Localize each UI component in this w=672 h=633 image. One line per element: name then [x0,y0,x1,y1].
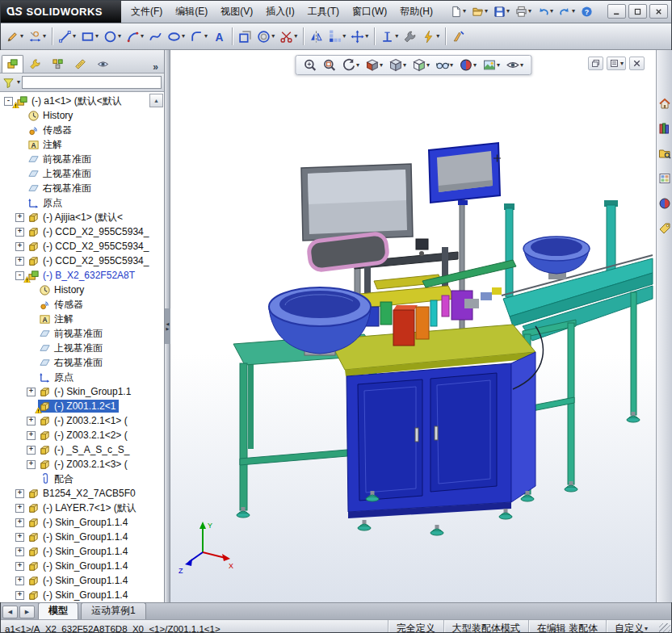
print-button[interactable]: ▾ [513,2,534,21]
expand-toggle[interactable]: + [15,228,24,237]
expand-toggle[interactable]: + [15,547,24,556]
menu-file[interactable]: 文件(F) [124,2,169,21]
display-relations-button[interactable]: ▾ [378,25,401,48]
custom-properties-button[interactable] [658,222,671,237]
tree-item[interactable]: 前视基准面 [0,152,164,166]
tab-scroll-right-button[interactable]: ▶ [19,606,35,618]
repair-sketch-button[interactable] [401,25,419,48]
tree-item[interactable]: +(-) Skin_Group1.1 [0,384,164,399]
filter-funnel-icon[interactable] [2,77,15,89]
tree-item[interactable]: (-) Z001.1.2<1 [0,399,164,413]
appearances-button[interactable] [658,197,671,212]
sketch-text-button[interactable]: A [210,25,229,48]
expand-toggle[interactable]: + [15,213,24,222]
restore-document-button[interactable] [588,57,603,70]
panel-tab-featuremanager[interactable] [2,55,23,73]
resources-home-button[interactable] [658,97,671,112]
arc-button[interactable]: ▾ [124,25,146,48]
tree-item[interactable]: +(-) Skin_Group1.1.4 [0,515,164,530]
filter-caret-icon[interactable]: ▾ [17,79,20,86]
tree-item[interactable]: +(-) Z003.2.1<3> ( [0,457,164,472]
help-button[interactable]: ? [578,2,595,21]
tree-item[interactable]: A注解 [0,137,164,152]
expand-toggle[interactable]: + [15,504,24,513]
previous-view-button[interactable]: ▾ [340,57,361,73]
expand-toggle[interactable]: + [15,562,24,571]
tree-item[interactable]: +(-) CCD_X2_955C5934_ [0,254,164,268]
mirror-entities-button[interactable] [307,25,326,48]
zoom-area-button[interactable] [321,57,338,73]
panel-tab-propertymanager[interactable] [24,55,46,73]
expand-toggle[interactable]: + [27,446,36,455]
tree-item[interactable]: +(-) Skin_Group1.1.4 [0,573,164,588]
tree-item[interactable]: +(-) CCD_X2_955C5934_ [0,239,164,254]
expand-toggle[interactable]: + [27,460,36,469]
tree-item[interactable]: 右视基准面 [0,181,164,195]
circle-button[interactable]: ▾ [101,25,124,48]
resize-grip-icon[interactable] [659,623,670,633]
tree-item[interactable]: +(-) Skin_Group1.1.4 [0,544,164,559]
offset-entities-button[interactable]: ▾ [254,25,277,48]
maximize-button[interactable] [628,4,647,19]
tree-item[interactable]: +(-) _S_A_S_c_S_ [0,442,164,457]
tab-model[interactable]: 模型 [38,602,78,619]
expand-toggle[interactable]: + [15,489,24,498]
tab-motion-study-1[interactable]: 运动算例1 [81,602,146,619]
tree-item[interactable]: +(-) Skin_Group1.1.4 [0,559,164,573]
view-palette-button[interactable] [658,172,671,187]
model-main-cabinet[interactable] [329,325,536,518]
menu-insert[interactable]: 插入(I) [259,2,300,21]
redo-button[interactable]: ▾ [556,2,578,21]
expand-toggle[interactable]: + [15,591,24,600]
tree-item[interactable]: +(-) Z003.2.1<1> ( [0,413,164,428]
save-button[interactable]: ▾ [491,2,512,21]
panel-tab-dimxpertmanager[interactable] [69,55,91,73]
new-document-button[interactable]: ▾ [447,2,468,21]
tree-item[interactable]: History [0,283,164,297]
menu-view[interactable]: 视图(V) [214,2,259,21]
close-button[interactable] [649,4,668,19]
undo-button[interactable]: ▾ [535,2,556,21]
view-orientation-button[interactable]: ▾ [387,57,408,73]
tree-filter-input[interactable] [22,76,162,89]
edit-appearance-button[interactable]: ▾ [457,57,478,73]
splitter-handle-icon[interactable] [165,308,170,344]
tree-scroll-up-button[interactable]: ▲ [149,94,163,107]
quick-snaps-button[interactable]: ▾ [419,25,442,48]
panel-tab-configurationmanager[interactable] [47,55,69,73]
expand-toggle[interactable]: + [15,576,24,585]
model-monitor[interactable] [301,164,413,271]
panel-tab-overflow[interactable]: » [149,61,162,73]
menu-window[interactable]: 窗口(W) [346,2,393,21]
design-library-button[interactable] [658,122,671,137]
rapid-sketch-button[interactable] [449,25,468,48]
panel-splitter[interactable] [165,50,170,602]
assembly-model[interactable]: Y X Z [170,50,656,602]
tree-item[interactable]: +(-) Skin_Group1.1.4 [0,588,164,602]
view-settings-button[interactable]: ▾ [504,57,525,73]
tree-item[interactable]: 配合 [0,472,164,486]
tree-item[interactable]: +(-) LAYER.7<1> (默认 [0,501,164,515]
line-button[interactable]: ▾ [56,25,78,48]
section-view-button[interactable]: ▾ [363,57,384,73]
spline-button[interactable] [146,25,165,48]
file-explorer-button[interactable] [658,147,671,162]
expand-toggle[interactable]: + [15,257,24,266]
minimize-button[interactable] [607,4,626,19]
tree-item[interactable]: 原点 [0,195,164,210]
rectangle-button[interactable]: ▾ [78,25,101,48]
move-entities-button[interactable]: ▾ [348,25,371,48]
tab-scroll-left-button[interactable]: ◀ [2,606,18,618]
document-menu-button[interactable]: ▾ [607,57,626,70]
tree-item[interactable]: 原点 [0,370,164,384]
menu-help[interactable]: 帮助(H) [393,2,439,21]
tree-item[interactable]: -(-) a1<1> (默认<默认 [0,94,164,108]
convert-entities-button[interactable] [236,25,254,48]
expand-toggle[interactable]: + [15,242,24,251]
tree-item[interactable]: History [0,108,164,123]
linear-sketch-pattern-button[interactable]: ▾ [326,25,348,48]
expand-toggle[interactable]: + [27,431,36,440]
zoom-fit-button[interactable] [301,57,318,73]
expand-toggle[interactable]: + [15,533,24,542]
sketch-button[interactable]: ▾ [3,25,26,48]
